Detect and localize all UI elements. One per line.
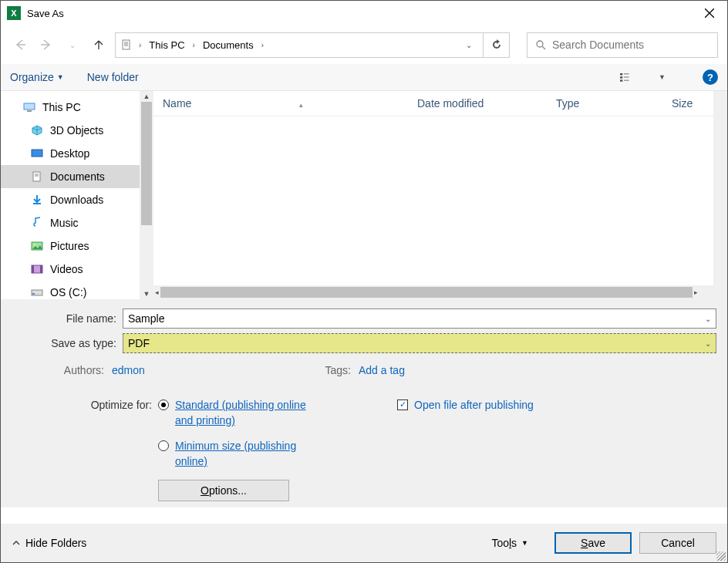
arrow-left-icon bbox=[13, 38, 27, 52]
filename-label: File name: bbox=[12, 312, 123, 325]
optimize-standard-radio[interactable]: Standard (publishing online and printing… bbox=[158, 398, 312, 428]
search-input[interactable] bbox=[552, 39, 709, 51]
bottom-panel: File name: ⌄ Save as type: PDF ⌄ Authors… bbox=[1, 299, 727, 507]
tree-item-label: 3D Objects bbox=[50, 124, 103, 137]
hide-folders-label: Hide Folders bbox=[25, 537, 86, 549]
svg-rect-27 bbox=[40, 265, 42, 273]
tree-item-music[interactable]: Music bbox=[1, 211, 140, 234]
resize-grip[interactable] bbox=[716, 551, 726, 561]
file-list: Name▴ Date modified Type Size ◂ ▸ bbox=[153, 91, 713, 299]
checkbox-icon bbox=[397, 399, 408, 410]
main-content: This PC 3D Objects Desktop Documents Dow… bbox=[1, 91, 727, 299]
address-dropdown[interactable]: ⌄ bbox=[460, 41, 478, 49]
new-folder-button[interactable]: New folder bbox=[87, 71, 139, 83]
disk-icon bbox=[30, 286, 44, 298]
search-box[interactable] bbox=[527, 32, 718, 58]
optimize-minimum-radio[interactable]: Minimum size (publishing online) bbox=[158, 439, 312, 469]
pc-icon bbox=[22, 101, 36, 113]
chevron-down-icon: ▼ bbox=[521, 539, 528, 547]
filename-input[interactable] bbox=[128, 312, 705, 325]
address-bar[interactable]: › This PC › Documents › ⌄ bbox=[115, 32, 484, 58]
recent-button[interactable]: ⌄ bbox=[62, 35, 83, 55]
file-list-hscrollbar[interactable]: ◂ ▸ bbox=[153, 285, 699, 299]
tags-value[interactable]: Add a tag bbox=[359, 364, 536, 376]
tree-item-downloads[interactable]: Downloads bbox=[1, 188, 140, 211]
documents-icon bbox=[30, 170, 44, 183]
save-button[interactable]: Save bbox=[554, 532, 632, 554]
desktop-icon bbox=[30, 147, 44, 160]
toolbar: Organize ▼ New folder ▼ ? bbox=[1, 64, 727, 91]
file-list-vscrollbar[interactable] bbox=[713, 91, 727, 299]
tree-item-label: OS (C:) bbox=[50, 286, 86, 298]
tree-item-videos[interactable]: Videos bbox=[1, 258, 140, 281]
file-list-body[interactable] bbox=[153, 116, 713, 285]
tree-scrollbar[interactable]: ▲ ▼ bbox=[140, 91, 153, 299]
view-options-button[interactable] bbox=[620, 69, 635, 85]
tools-menu[interactable]: Tools ▼ bbox=[491, 537, 528, 549]
svg-line-9 bbox=[542, 46, 545, 49]
open-after-checkbox[interactable]: Open file after publishing bbox=[397, 398, 534, 469]
refresh-icon bbox=[491, 39, 502, 50]
search-icon bbox=[535, 39, 546, 50]
tree-item-pictures[interactable]: Pictures bbox=[1, 234, 140, 258]
chevron-right-icon: › bbox=[136, 41, 144, 49]
folder-tree[interactable]: This PC 3D Objects Desktop Documents Dow… bbox=[1, 91, 140, 299]
view-dropdown[interactable]: ▼ bbox=[659, 73, 666, 81]
radio-icon bbox=[158, 440, 169, 451]
window-title: Save As bbox=[27, 8, 692, 19]
forward-button[interactable] bbox=[36, 35, 56, 55]
column-name[interactable]: Name▴ bbox=[153, 97, 408, 110]
chevron-up-icon bbox=[12, 538, 21, 548]
chevron-down-icon: ▼ bbox=[57, 73, 64, 81]
column-type[interactable]: Type bbox=[547, 97, 662, 110]
back-button[interactable] bbox=[10, 35, 30, 55]
chevron-down-icon[interactable]: ⌄ bbox=[705, 315, 711, 323]
up-button[interactable] bbox=[89, 35, 109, 55]
tree-item-3d[interactable]: 3D Objects bbox=[1, 119, 140, 142]
radio-icon bbox=[158, 399, 169, 410]
savetype-value: PDF bbox=[128, 337, 150, 349]
refresh-button[interactable] bbox=[484, 32, 510, 58]
column-date[interactable]: Date modified bbox=[408, 97, 547, 110]
organize-label: Organize bbox=[10, 71, 54, 83]
optimize-minimum-label: Minimum size (publishing online) bbox=[175, 439, 312, 469]
excel-icon: X bbox=[7, 6, 21, 20]
close-icon bbox=[705, 8, 714, 18]
sort-indicator-icon: ▴ bbox=[299, 101, 303, 109]
svg-rect-29 bbox=[32, 293, 35, 295]
authors-value[interactable]: edmon bbox=[112, 364, 289, 376]
breadcrumb-this-pc[interactable]: This PC bbox=[147, 39, 186, 51]
videos-icon bbox=[30, 263, 44, 275]
tree-item-label: Pictures bbox=[50, 240, 89, 252]
tree-item-label: This PC bbox=[42, 101, 81, 113]
chevron-down-icon[interactable]: ⌄ bbox=[705, 339, 711, 348]
tree-item-desktop[interactable]: Desktop bbox=[1, 142, 140, 165]
tree-item-osdisk[interactable]: OS (C:) bbox=[1, 281, 140, 299]
view-icon bbox=[620, 71, 635, 83]
breadcrumb-documents[interactable]: Documents bbox=[201, 39, 255, 51]
tree-item-this-pc[interactable]: This PC bbox=[1, 96, 140, 119]
arrow-up-icon bbox=[93, 39, 105, 51]
svg-rect-18 bbox=[32, 150, 42, 157]
cube-icon bbox=[30, 124, 44, 137]
nav-bar: ⌄ › This PC › Documents › ⌄ bbox=[1, 25, 727, 64]
tree-item-label: Videos bbox=[50, 263, 83, 275]
title-bar: X Save As bbox=[1, 1, 727, 25]
file-list-header: Name▴ Date modified Type Size bbox=[153, 91, 713, 116]
svg-rect-16 bbox=[24, 103, 35, 110]
svg-rect-12 bbox=[620, 79, 622, 82]
music-icon bbox=[30, 217, 44, 229]
close-button[interactable] bbox=[692, 1, 727, 25]
authors-label: Authors: bbox=[50, 364, 104, 376]
savetype-combo[interactable]: PDF ⌄ bbox=[123, 333, 716, 353]
tree-item-documents[interactable]: Documents bbox=[1, 165, 140, 188]
filename-combo[interactable]: ⌄ bbox=[123, 308, 716, 329]
column-size[interactable]: Size bbox=[662, 97, 713, 110]
organize-menu[interactable]: Organize ▼ bbox=[10, 71, 64, 83]
cancel-button[interactable]: Cancel bbox=[639, 532, 716, 554]
hide-folders-button[interactable]: Hide Folders bbox=[12, 537, 86, 549]
options-button[interactable]: Options... bbox=[158, 480, 289, 501]
help-button[interactable]: ? bbox=[703, 69, 718, 85]
optimize-label: Optimize for: bbox=[50, 398, 158, 469]
svg-rect-4 bbox=[123, 40, 130, 49]
